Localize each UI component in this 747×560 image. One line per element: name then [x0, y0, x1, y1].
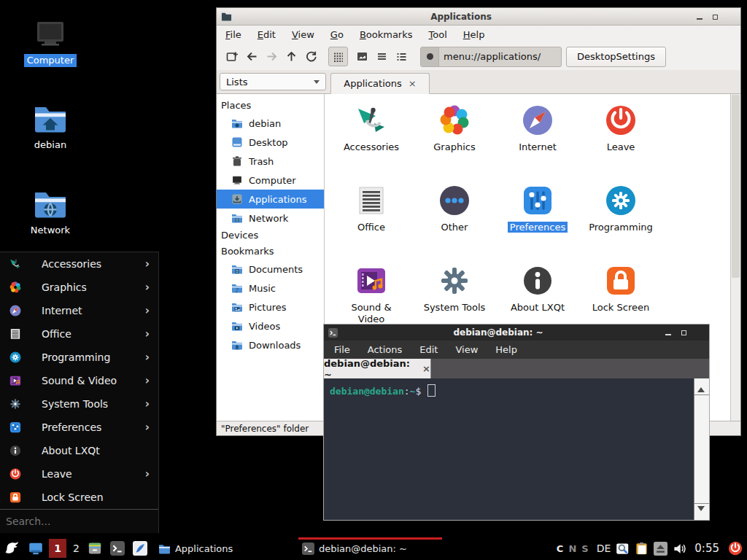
icon-view-button[interactable] — [328, 47, 348, 66]
menu-item-internet[interactable]: Internet › — [0, 299, 158, 322]
sidebar-item-network[interactable]: Network — [217, 209, 324, 228]
folder-other[interactable]: Other — [414, 183, 495, 233]
workspace-2-button[interactable]: 2 — [73, 542, 80, 554]
menu-item-programming[interactable]: Programming › — [0, 346, 158, 369]
fm-menu-view[interactable]: View — [292, 29, 314, 40]
thumbnail-view-button[interactable] — [352, 47, 372, 66]
sidebar-item-trash[interactable]: Trash — [217, 152, 324, 171]
sidebar-item-documents[interactable]: Documents — [217, 260, 324, 279]
sidebar-item-music[interactable]: Music — [217, 279, 324, 298]
close-button[interactable] — [693, 327, 705, 338]
term-menu-view[interactable]: View — [455, 344, 478, 355]
file-manager-launcher[interactable] — [88, 541, 102, 556]
maximize-button[interactable] — [709, 12, 721, 22]
side-pane-selector[interactable]: Lists — [220, 73, 326, 90]
folder-programming[interactable]: Programming — [580, 183, 662, 233]
close-button[interactable] — [724, 12, 736, 22]
submenu-chevron-icon: › — [145, 421, 150, 434]
terminal-titlebar[interactable]: debian@debian: ~ — [324, 324, 709, 341]
menu-search-input[interactable] — [0, 515, 158, 528]
sidebar-item-videos[interactable]: Videos — [217, 316, 324, 335]
sidebar-item-applications[interactable]: Applications — [217, 190, 324, 209]
term-menu-help[interactable]: Help — [495, 344, 517, 355]
show-desktop-button[interactable] — [28, 541, 43, 556]
folder-lock-screen[interactable]: Lock Screen — [580, 263, 662, 314]
text-editor-launcher[interactable] — [133, 541, 147, 556]
volume-icon[interactable] — [673, 542, 686, 556]
fm-menu-file[interactable]: File — [225, 29, 241, 40]
scrollbar-thumb[interactable] — [732, 95, 740, 278]
fm-menu-tool[interactable]: Tool — [429, 29, 447, 40]
menu-item-preferences[interactable]: Preferences › — [0, 416, 158, 439]
menu-item-office[interactable]: Office › — [0, 322, 158, 346]
terminal-scrollbar[interactable] — [694, 378, 709, 520]
folder-graphics[interactable]: Graphics — [414, 103, 495, 153]
sidebar-item-pictures[interactable]: Pictures — [217, 298, 324, 316]
power-button[interactable] — [727, 540, 743, 556]
sidebar-item-debian[interactable]: debian — [217, 114, 324, 133]
scroll-up-icon[interactable] — [697, 384, 705, 392]
scrollbar[interactable] — [730, 94, 740, 421]
desktop-icon-computer[interactable]: Computer — [15, 16, 85, 67]
desktop-icon-label: debian — [31, 139, 69, 152]
fm-menu-go[interactable]: Go — [330, 29, 344, 40]
term-menu-file[interactable]: File — [334, 344, 350, 355]
desktop-settings-button[interactable]: DesktopSettings — [566, 47, 666, 67]
menu-item-lock-screen[interactable]: Lock Screen — [0, 486, 158, 509]
menu-item-about-lxqt[interactable]: About LXQt — [0, 439, 158, 462]
fm-menu-bookmarks[interactable]: Bookmarks — [360, 29, 413, 40]
menu-item-sound-video[interactable]: Sound & Video › — [0, 369, 158, 392]
menu-item-accessories[interactable]: Accessories › — [0, 252, 158, 276]
programming-icon — [9, 351, 22, 364]
detailed-view-button[interactable] — [392, 47, 411, 66]
clipboard-tray-icon[interactable] — [635, 542, 649, 556]
new-tab-button[interactable] — [222, 47, 242, 66]
terminal-content[interactable]: debian@debian:~$ — [324, 378, 709, 520]
menu-item-leave[interactable]: Leave › — [0, 462, 158, 486]
folder-office[interactable]: Office — [330, 183, 412, 233]
fm-menu-help[interactable]: Help — [463, 29, 485, 40]
folder-system-tools[interactable]: System Tools — [414, 263, 495, 314]
task-applications[interactable]: Applications — [155, 537, 298, 560]
terminal-tab[interactable]: debian@debian: ~ × — [324, 359, 431, 378]
lxqt-menu-button[interactable] — [4, 540, 21, 557]
screenshot-tool-tray-icon[interactable] — [616, 542, 630, 556]
folder-leave[interactable]: Leave — [580, 103, 662, 153]
desktop-icon-network[interactable]: Network — [15, 186, 85, 237]
task-terminal[interactable]: debian@debian: ~ — [298, 537, 442, 560]
minimize-button[interactable] — [662, 327, 674, 338]
back-button[interactable] — [242, 47, 262, 66]
home-folder-icon — [33, 101, 68, 136]
forward-button[interactable] — [262, 47, 282, 66]
folder-sound-video[interactable]: Sound & Video — [330, 263, 412, 325]
removable-media-eject-icon[interactable] — [654, 542, 667, 556]
fm-menu-edit[interactable]: Edit — [258, 29, 276, 40]
clock[interactable]: 0:55 — [694, 542, 719, 555]
term-menu-edit[interactable]: Edit — [419, 344, 438, 355]
compact-view-button[interactable] — [372, 47, 392, 66]
keyboard-layout-indicator[interactable]: DE — [597, 542, 611, 554]
sidebar-item-downloads[interactable]: Downloads — [217, 335, 324, 354]
address-bar[interactable]: menu://applications/ — [420, 47, 562, 67]
reload-button[interactable] — [301, 47, 321, 66]
close-tab-icon[interactable]: × — [409, 79, 417, 88]
close-tab-icon[interactable]: × — [422, 364, 430, 373]
folder-internet[interactable]: Internet — [497, 103, 578, 153]
term-menu-actions[interactable]: Actions — [368, 344, 403, 355]
sidebar-item-desktop[interactable]: Desktop — [217, 133, 324, 152]
sidebar-item-computer[interactable]: Computer — [217, 171, 324, 190]
workspace-1-button[interactable]: 1 — [49, 539, 66, 558]
minimize-button[interactable] — [694, 12, 705, 22]
folder-accessories[interactable]: Accessories — [330, 103, 412, 153]
terminal-launcher[interactable] — [110, 541, 125, 556]
fm-titlebar[interactable]: Applications — [217, 8, 740, 26]
menu-item-graphics[interactable]: Graphics › — [0, 276, 158, 299]
folder-preferences[interactable]: Preferences — [497, 183, 578, 233]
maximize-button[interactable] — [678, 327, 689, 338]
menu-item-system-tools[interactable]: System Tools › — [0, 392, 158, 416]
scroll-down-icon[interactable] — [697, 506, 705, 515]
up-button[interactable] — [282, 47, 301, 66]
folder-about-lxqt[interactable]: About LXQt — [497, 263, 578, 314]
desktop-icon-debian[interactable]: debian — [15, 101, 85, 152]
tab-applications[interactable]: Applications × — [330, 73, 430, 94]
